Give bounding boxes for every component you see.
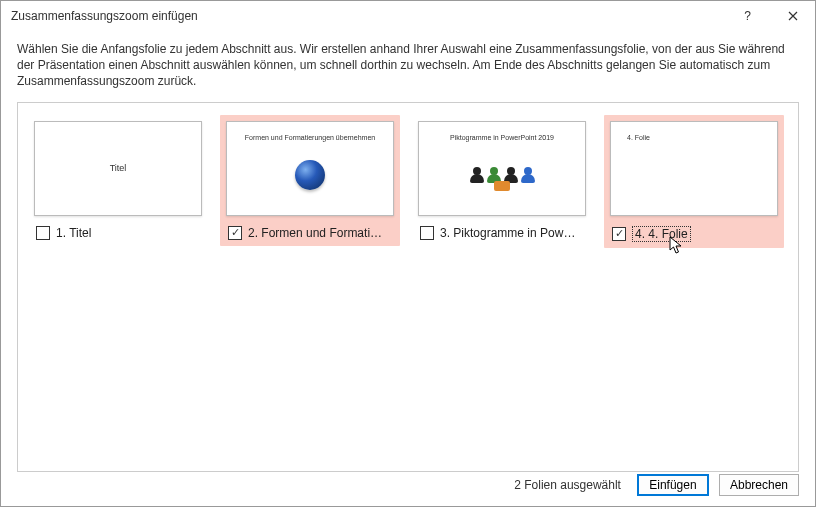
slide-thumbnail: Titel [34, 121, 202, 216]
sphere-graphic [295, 160, 325, 190]
slide-caption: 3. Piktogramme in Power... [418, 226, 586, 240]
thumb-text: 4. Folie [627, 134, 650, 141]
slide-caption: 1. Titel [34, 226, 202, 240]
slide-checkbox[interactable] [612, 227, 626, 241]
cancel-button-label: Abbrechen [730, 478, 788, 492]
slide-thumbnail: Formen und Formatierungen übernehmen [226, 121, 394, 216]
slide-caption: 4. 4. Folie [610, 226, 778, 242]
slide-option-2[interactable]: Formen und Formatierungen übernehmen 2. … [220, 115, 400, 246]
slide-thumbnail: Piktogramme in PowerPoint 2019 [418, 121, 586, 216]
thumb-text: Piktogramme in PowerPoint 2019 [419, 134, 585, 141]
slide-checkbox[interactable] [36, 226, 50, 240]
help-button[interactable]: ? [725, 1, 770, 31]
thumb-text: Formen und Formatierungen übernehmen [227, 134, 393, 141]
slide-caption: 2. Formen und Formatier... [226, 226, 394, 240]
pictogram-graphic [470, 167, 535, 183]
selection-status: 2 Folien ausgewählt [514, 478, 621, 492]
close-button[interactable] [770, 1, 815, 31]
titlebar: Zusammenfassungszoom einfügen ? [1, 1, 815, 31]
slide-checkbox[interactable] [420, 226, 434, 240]
slide-label: 2. Formen und Formatier... [248, 226, 388, 240]
slide-label: 3. Piktogramme in Power... [440, 226, 580, 240]
close-icon [788, 11, 798, 21]
window-title: Zusammenfassungszoom einfügen [11, 9, 725, 23]
slide-thumbnail: 4. Folie [610, 121, 778, 216]
slide-label: 1. Titel [56, 226, 91, 240]
dialog-footer: 2 Folien ausgewählt Einfügen Abbrechen [514, 474, 799, 496]
slide-option-1[interactable]: Titel 1. Titel [28, 115, 208, 246]
dialog-description: Wählen Sie die Anfangsfolie zu jedem Abs… [1, 31, 815, 98]
insert-button-label: Einfügen [649, 478, 696, 492]
slide-checkbox[interactable] [228, 226, 242, 240]
slide-label: 4. 4. Folie [632, 226, 691, 242]
thumb-text: Titel [110, 163, 127, 173]
insert-button[interactable]: Einfügen [637, 474, 709, 496]
slide-option-4[interactable]: 4. Folie 4. 4. Folie [604, 115, 784, 248]
cancel-button[interactable]: Abbrechen [719, 474, 799, 496]
slide-option-3[interactable]: Piktogramme in PowerPoint 2019 3. Piktog… [412, 115, 592, 246]
slide-picker-panel: Titel 1. Titel Formen und Formatierungen… [17, 102, 799, 472]
